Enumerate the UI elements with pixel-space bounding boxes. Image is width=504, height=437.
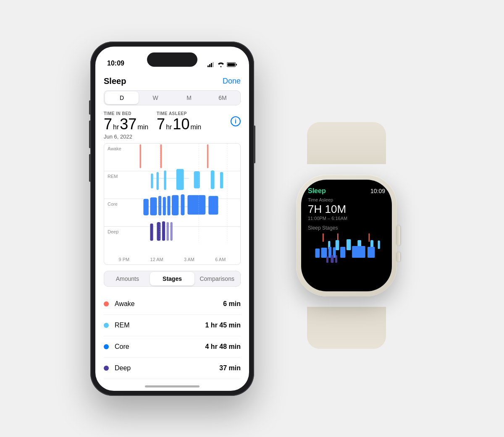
x-label-3am: 3 AM	[184, 257, 194, 262]
time-in-bed-min-unit: min	[137, 123, 148, 131]
x-label-9pm: 9 PM	[119, 257, 130, 262]
svg-rect-13	[176, 169, 184, 190]
stage-item-deep: Deep 37 min	[104, 358, 241, 379]
period-tab-m[interactable]: M	[172, 92, 206, 104]
rem-duration: 1 hr 45 min	[205, 322, 241, 329]
app-header: Sleep Done	[104, 71, 241, 90]
deep-dot	[104, 366, 109, 371]
core-stage-name: Core	[115, 343, 205, 351]
comparisons-tab[interactable]: Comparisons	[194, 272, 239, 285]
svg-rect-3	[213, 62, 214, 67]
core-dot	[104, 344, 109, 349]
period-segmented-control: D W M 6M	[104, 90, 241, 105]
watch-body: Sleep 10:09 Time Asleep 7H 10M 11:00PM –…	[296, 175, 397, 296]
svg-rect-31	[167, 222, 169, 241]
awake-label: Awake	[108, 146, 121, 151]
svg-rect-25	[187, 195, 205, 214]
svg-rect-20	[158, 196, 161, 215]
time-in-bed-hr-unit: hr	[113, 123, 119, 131]
svg-rect-36	[323, 233, 324, 242]
awake-duration: 6 min	[223, 300, 241, 308]
home-indicator	[145, 385, 200, 387]
wifi-icon	[218, 62, 224, 67]
svg-rect-44	[378, 241, 380, 249]
svg-rect-0	[207, 65, 209, 67]
svg-rect-26	[208, 196, 218, 215]
stage-list: Awake 6 min REM 1 hr 45 min Core 4 hr 48…	[104, 293, 241, 379]
svg-rect-17	[152, 178, 189, 178]
watch-time-asleep-label: Time Asleep	[308, 197, 385, 202]
watch-header: Sleep 10:09	[308, 187, 385, 195]
stage-item-core: Core 4 hr 48 min	[104, 336, 241, 358]
time-asleep-value: 7 hr 10 min	[157, 117, 201, 132]
app-title: Sleep	[104, 76, 126, 86]
svg-rect-1	[209, 64, 210, 67]
rem-stage-name: REM	[115, 322, 205, 329]
silent-switch	[89, 100, 91, 115]
watch-sleep-value: 7H 10M	[308, 203, 385, 215]
watch-band-bottom	[307, 307, 386, 349]
time-in-bed-label: TIME IN BED	[104, 111, 148, 116]
svg-rect-29	[157, 222, 160, 241]
watch-time: 10:09	[370, 188, 385, 194]
time-asleep-hr: 7	[157, 117, 165, 132]
time-asleep-label: TIME ASLEEP	[157, 111, 201, 116]
dynamic-island	[147, 52, 197, 67]
period-tab-6m[interactable]: 6M	[206, 92, 239, 104]
svg-rect-51	[368, 247, 375, 258]
deep-label: Deep	[108, 229, 118, 234]
done-button[interactable]: Done	[223, 77, 241, 86]
info-button[interactable]: i	[231, 116, 241, 126]
svg-rect-27	[144, 206, 219, 207]
svg-rect-52	[326, 256, 328, 263]
volume-down-button	[89, 154, 91, 182]
svg-rect-54	[335, 255, 337, 263]
svg-rect-37	[337, 233, 339, 241]
scene: 10:09	[0, 0, 504, 437]
sleep-date: Jun 6, 2022	[104, 133, 241, 140]
sleep-stats: TIME IN BED 7 hr 37 min TIME ASLEEP 7 hr	[104, 111, 241, 132]
chart-x-labels: 9 PM 12 AM 3 AM 6 AM	[104, 254, 240, 264]
svg-rect-23	[172, 195, 178, 215]
time-in-bed-block: TIME IN BED 7 hr 37 min	[104, 111, 148, 132]
sleep-chart: Awake REM Core Deep	[104, 143, 241, 265]
apple-watch: Sleep 10:09 Time Asleep 7H 10M 11:00PM –…	[279, 156, 414, 315]
stage-item-awake: Awake 6 min	[104, 293, 241, 315]
stages-tab[interactable]: Stages	[150, 272, 195, 285]
chart-svg	[121, 144, 237, 243]
time-asleep-min: 10	[173, 117, 189, 132]
time-in-bed-hr: 7	[104, 117, 112, 132]
svg-rect-8	[160, 144, 162, 168]
watch-screen: Sleep 10:09 Time Asleep 7H 10M 11:00PM –…	[301, 180, 392, 291]
svg-rect-11	[157, 172, 159, 190]
x-label-6am: 6 AM	[215, 257, 226, 262]
deep-stage-name: Deep	[115, 364, 219, 372]
signal-icon	[207, 62, 215, 67]
svg-rect-5	[236, 64, 237, 65]
svg-rect-21	[163, 197, 166, 215]
svg-rect-7	[140, 144, 142, 168]
watch-band-top	[307, 122, 386, 164]
svg-rect-22	[167, 196, 170, 215]
rem-dot	[104, 323, 109, 328]
svg-rect-40	[336, 240, 339, 250]
app-content: Sleep Done D W M 6M TIME IN BED 7	[95, 71, 249, 391]
iphone: 10:09	[90, 42, 254, 396]
time-asleep-min-unit: min	[190, 123, 201, 131]
period-tab-d[interactable]: D	[105, 92, 139, 104]
amounts-tab[interactable]: Amounts	[105, 272, 150, 285]
svg-rect-50	[352, 246, 365, 258]
svg-rect-14	[194, 171, 200, 188]
watch-chart	[308, 233, 385, 263]
awake-stage-name: Awake	[115, 300, 223, 308]
status-icons	[207, 62, 237, 68]
period-tab-w[interactable]: W	[139, 92, 172, 104]
svg-rect-45	[315, 249, 320, 258]
core-label: Core	[108, 201, 118, 207]
svg-rect-16	[220, 172, 223, 188]
time-in-bed-value: 7 hr 37 min	[104, 117, 148, 132]
stage-item-rem: REM 1 hr 45 min	[104, 315, 241, 336]
time-asleep-hr-unit: hr	[166, 123, 172, 131]
svg-rect-9	[207, 144, 209, 168]
watch-stages-label: Sleep Stages	[308, 225, 385, 231]
